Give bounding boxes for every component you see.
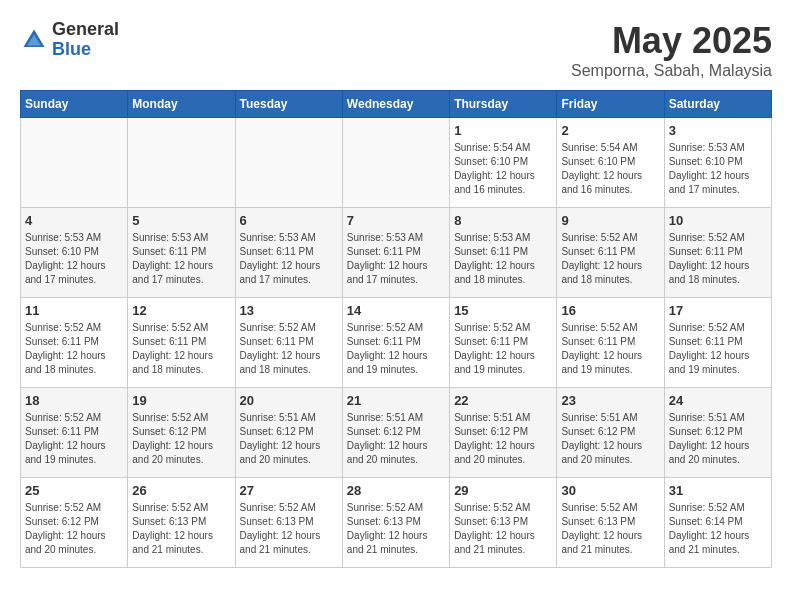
calendar-cell: 29Sunrise: 5:52 AM Sunset: 6:13 PM Dayli… bbox=[450, 478, 557, 568]
calendar-cell: 18Sunrise: 5:52 AM Sunset: 6:11 PM Dayli… bbox=[21, 388, 128, 478]
calendar-cell bbox=[235, 118, 342, 208]
day-number: 12 bbox=[132, 303, 230, 318]
calendar-cell: 30Sunrise: 5:52 AM Sunset: 6:13 PM Dayli… bbox=[557, 478, 664, 568]
week-row-4: 18Sunrise: 5:52 AM Sunset: 6:11 PM Dayli… bbox=[21, 388, 772, 478]
day-info: Sunrise: 5:52 AM Sunset: 6:11 PM Dayligh… bbox=[669, 231, 767, 287]
day-info: Sunrise: 5:51 AM Sunset: 6:12 PM Dayligh… bbox=[347, 411, 445, 467]
calendar-cell: 20Sunrise: 5:51 AM Sunset: 6:12 PM Dayli… bbox=[235, 388, 342, 478]
header-thursday: Thursday bbox=[450, 91, 557, 118]
day-info: Sunrise: 5:52 AM Sunset: 6:11 PM Dayligh… bbox=[25, 411, 123, 467]
day-number: 21 bbox=[347, 393, 445, 408]
header-wednesday: Wednesday bbox=[342, 91, 449, 118]
day-number: 19 bbox=[132, 393, 230, 408]
day-info: Sunrise: 5:51 AM Sunset: 6:12 PM Dayligh… bbox=[240, 411, 338, 467]
calendar-cell bbox=[21, 118, 128, 208]
day-info: Sunrise: 5:52 AM Sunset: 6:11 PM Dayligh… bbox=[454, 321, 552, 377]
calendar-cell: 14Sunrise: 5:52 AM Sunset: 6:11 PM Dayli… bbox=[342, 298, 449, 388]
logo-icon bbox=[20, 26, 48, 54]
day-info: Sunrise: 5:51 AM Sunset: 6:12 PM Dayligh… bbox=[561, 411, 659, 467]
day-number: 20 bbox=[240, 393, 338, 408]
day-info: Sunrise: 5:52 AM Sunset: 6:11 PM Dayligh… bbox=[240, 321, 338, 377]
header-sunday: Sunday bbox=[21, 91, 128, 118]
day-info: Sunrise: 5:51 AM Sunset: 6:12 PM Dayligh… bbox=[669, 411, 767, 467]
calendar-cell: 26Sunrise: 5:52 AM Sunset: 6:13 PM Dayli… bbox=[128, 478, 235, 568]
calendar-cell: 15Sunrise: 5:52 AM Sunset: 6:11 PM Dayli… bbox=[450, 298, 557, 388]
calendar-cell: 2Sunrise: 5:54 AM Sunset: 6:10 PM Daylig… bbox=[557, 118, 664, 208]
day-info: Sunrise: 5:53 AM Sunset: 6:11 PM Dayligh… bbox=[454, 231, 552, 287]
month-year: May 2025 bbox=[571, 20, 772, 62]
day-info: Sunrise: 5:52 AM Sunset: 6:11 PM Dayligh… bbox=[132, 321, 230, 377]
calendar-cell: 25Sunrise: 5:52 AM Sunset: 6:12 PM Dayli… bbox=[21, 478, 128, 568]
day-number: 27 bbox=[240, 483, 338, 498]
day-info: Sunrise: 5:52 AM Sunset: 6:14 PM Dayligh… bbox=[669, 501, 767, 557]
day-info: Sunrise: 5:54 AM Sunset: 6:10 PM Dayligh… bbox=[561, 141, 659, 197]
calendar-table: SundayMondayTuesdayWednesdayThursdayFrid… bbox=[20, 90, 772, 568]
calendar-cell: 11Sunrise: 5:52 AM Sunset: 6:11 PM Dayli… bbox=[21, 298, 128, 388]
header-monday: Monday bbox=[128, 91, 235, 118]
calendar-cell: 19Sunrise: 5:52 AM Sunset: 6:12 PM Dayli… bbox=[128, 388, 235, 478]
day-number: 9 bbox=[561, 213, 659, 228]
calendar-cell: 5Sunrise: 5:53 AM Sunset: 6:11 PM Daylig… bbox=[128, 208, 235, 298]
logo-text: General Blue bbox=[52, 20, 119, 60]
calendar-cell: 7Sunrise: 5:53 AM Sunset: 6:11 PM Daylig… bbox=[342, 208, 449, 298]
calendar-cell: 22Sunrise: 5:51 AM Sunset: 6:12 PM Dayli… bbox=[450, 388, 557, 478]
day-number: 1 bbox=[454, 123, 552, 138]
calendar-cell bbox=[342, 118, 449, 208]
week-row-3: 11Sunrise: 5:52 AM Sunset: 6:11 PM Dayli… bbox=[21, 298, 772, 388]
day-number: 4 bbox=[25, 213, 123, 228]
calendar-body: 1Sunrise: 5:54 AM Sunset: 6:10 PM Daylig… bbox=[21, 118, 772, 568]
calendar-cell: 31Sunrise: 5:52 AM Sunset: 6:14 PM Dayli… bbox=[664, 478, 771, 568]
calendar-cell: 28Sunrise: 5:52 AM Sunset: 6:13 PM Dayli… bbox=[342, 478, 449, 568]
calendar-cell: 13Sunrise: 5:52 AM Sunset: 6:11 PM Dayli… bbox=[235, 298, 342, 388]
day-number: 6 bbox=[240, 213, 338, 228]
day-number: 24 bbox=[669, 393, 767, 408]
calendar-cell: 4Sunrise: 5:53 AM Sunset: 6:10 PM Daylig… bbox=[21, 208, 128, 298]
day-info: Sunrise: 5:52 AM Sunset: 6:11 PM Dayligh… bbox=[561, 231, 659, 287]
day-number: 3 bbox=[669, 123, 767, 138]
logo-blue-text: Blue bbox=[52, 40, 119, 60]
day-info: Sunrise: 5:52 AM Sunset: 6:13 PM Dayligh… bbox=[132, 501, 230, 557]
day-number: 25 bbox=[25, 483, 123, 498]
day-info: Sunrise: 5:52 AM Sunset: 6:12 PM Dayligh… bbox=[25, 501, 123, 557]
calendar-cell: 23Sunrise: 5:51 AM Sunset: 6:12 PM Dayli… bbox=[557, 388, 664, 478]
day-info: Sunrise: 5:52 AM Sunset: 6:11 PM Dayligh… bbox=[347, 321, 445, 377]
day-info: Sunrise: 5:52 AM Sunset: 6:13 PM Dayligh… bbox=[561, 501, 659, 557]
calendar-cell: 17Sunrise: 5:52 AM Sunset: 6:11 PM Dayli… bbox=[664, 298, 771, 388]
day-number: 14 bbox=[347, 303, 445, 318]
day-info: Sunrise: 5:52 AM Sunset: 6:13 PM Dayligh… bbox=[454, 501, 552, 557]
day-number: 5 bbox=[132, 213, 230, 228]
day-number: 7 bbox=[347, 213, 445, 228]
day-number: 23 bbox=[561, 393, 659, 408]
header-row: SundayMondayTuesdayWednesdayThursdayFrid… bbox=[21, 91, 772, 118]
day-number: 26 bbox=[132, 483, 230, 498]
calendar-cell: 6Sunrise: 5:53 AM Sunset: 6:11 PM Daylig… bbox=[235, 208, 342, 298]
header-saturday: Saturday bbox=[664, 91, 771, 118]
day-number: 13 bbox=[240, 303, 338, 318]
header-tuesday: Tuesday bbox=[235, 91, 342, 118]
day-number: 29 bbox=[454, 483, 552, 498]
day-info: Sunrise: 5:52 AM Sunset: 6:11 PM Dayligh… bbox=[25, 321, 123, 377]
day-number: 2 bbox=[561, 123, 659, 138]
calendar-cell: 24Sunrise: 5:51 AM Sunset: 6:12 PM Dayli… bbox=[664, 388, 771, 478]
location: Semporna, Sabah, Malaysia bbox=[571, 62, 772, 80]
day-info: Sunrise: 5:52 AM Sunset: 6:13 PM Dayligh… bbox=[347, 501, 445, 557]
week-row-5: 25Sunrise: 5:52 AM Sunset: 6:12 PM Dayli… bbox=[21, 478, 772, 568]
week-row-2: 4Sunrise: 5:53 AM Sunset: 6:10 PM Daylig… bbox=[21, 208, 772, 298]
day-number: 30 bbox=[561, 483, 659, 498]
day-info: Sunrise: 5:52 AM Sunset: 6:11 PM Dayligh… bbox=[561, 321, 659, 377]
calendar-cell: 3Sunrise: 5:53 AM Sunset: 6:10 PM Daylig… bbox=[664, 118, 771, 208]
day-info: Sunrise: 5:52 AM Sunset: 6:11 PM Dayligh… bbox=[669, 321, 767, 377]
day-number: 15 bbox=[454, 303, 552, 318]
day-number: 8 bbox=[454, 213, 552, 228]
calendar-cell bbox=[128, 118, 235, 208]
header-friday: Friday bbox=[557, 91, 664, 118]
calendar-cell: 16Sunrise: 5:52 AM Sunset: 6:11 PM Dayli… bbox=[557, 298, 664, 388]
day-number: 16 bbox=[561, 303, 659, 318]
day-info: Sunrise: 5:53 AM Sunset: 6:11 PM Dayligh… bbox=[240, 231, 338, 287]
day-info: Sunrise: 5:52 AM Sunset: 6:12 PM Dayligh… bbox=[132, 411, 230, 467]
day-number: 28 bbox=[347, 483, 445, 498]
day-info: Sunrise: 5:53 AM Sunset: 6:10 PM Dayligh… bbox=[25, 231, 123, 287]
day-number: 31 bbox=[669, 483, 767, 498]
logo-general-text: General bbox=[52, 20, 119, 40]
day-info: Sunrise: 5:51 AM Sunset: 6:12 PM Dayligh… bbox=[454, 411, 552, 467]
